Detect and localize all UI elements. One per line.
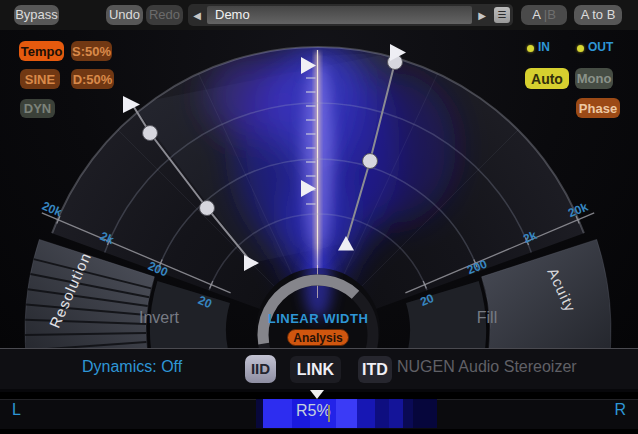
link-button[interactable]: LINK: [290, 356, 341, 383]
out-label: OUT: [588, 40, 613, 54]
pan-meter-bar: L R R5%: [0, 392, 638, 434]
status-bar: Dynamics: Off IID LINK ITD NUGEN Audio S…: [0, 348, 638, 389]
pan-meter-level: [256, 399, 437, 428]
preset-prev-icon[interactable]: ◀: [188, 10, 206, 21]
a-to-b-button[interactable]: A to B: [574, 5, 622, 25]
depth-amount-button[interactable]: D:50%: [71, 69, 114, 89]
analysis-button[interactable]: Analysis: [287, 329, 349, 346]
sine-button[interactable]: SINE: [20, 69, 60, 89]
right-handle-dot[interactable]: [363, 154, 378, 169]
sync-amount-button[interactable]: S:50%: [71, 41, 112, 61]
ab-a-label: A: [532, 7, 540, 22]
in-led: [527, 45, 534, 52]
tempo-button[interactable]: Tempo: [19, 41, 64, 61]
preset-selector[interactable]: ◀ Demo ▶ ☰: [188, 4, 513, 26]
width-mode-label: LINEAR WIDTH: [268, 311, 369, 326]
redo-button[interactable]: Redo: [146, 5, 183, 25]
top-toolbar: Bypass Undo Redo ◀ Demo ▶ ☰ A |B A to B: [0, 0, 638, 32]
stereo-field-display: Tempo S:50% SINE D:50% DYN IN OUT Auto M…: [0, 30, 638, 348]
pan-needle: [328, 405, 330, 422]
stereoizer-window: Bypass Undo Redo ◀ Demo ▶ ☰ A |B A to B: [0, 0, 638, 434]
undo-button[interactable]: Undo: [106, 5, 143, 25]
invert-button[interactable]: Invert: [139, 309, 179, 327]
preset-menu-icon[interactable]: ☰: [494, 7, 510, 23]
fill-button[interactable]: Fill: [477, 309, 497, 327]
in-label: IN: [538, 40, 550, 54]
pan-marker-icon[interactable]: [310, 390, 324, 399]
ab-compare-button[interactable]: A |B: [521, 5, 567, 25]
bypass-button[interactable]: Bypass: [14, 5, 59, 25]
preset-name[interactable]: Demo: [207, 6, 472, 24]
left-handle-dot[interactable]: [143, 126, 158, 141]
ab-b-label: B: [547, 7, 556, 22]
pan-right-label: R: [614, 401, 626, 419]
auto-button[interactable]: Auto: [525, 68, 569, 89]
itd-button[interactable]: ITD: [358, 356, 392, 383]
left-handle-dot[interactable]: [200, 201, 215, 216]
iid-button[interactable]: IID: [245, 355, 276, 383]
brand-label: NUGEN Audio Stereoizer: [397, 358, 577, 376]
phase-button[interactable]: Phase: [576, 98, 620, 118]
pan-value: R5%: [296, 402, 331, 420]
out-led: [577, 45, 584, 52]
dynamics-status[interactable]: Dynamics: Off: [82, 358, 182, 376]
dyn-button[interactable]: DYN: [20, 99, 55, 118]
left-outer-marker[interactable]: [123, 96, 140, 113]
preset-next-icon[interactable]: ▶: [473, 10, 491, 21]
pan-left-label: L: [12, 401, 21, 419]
mono-button[interactable]: Mono: [575, 68, 613, 89]
